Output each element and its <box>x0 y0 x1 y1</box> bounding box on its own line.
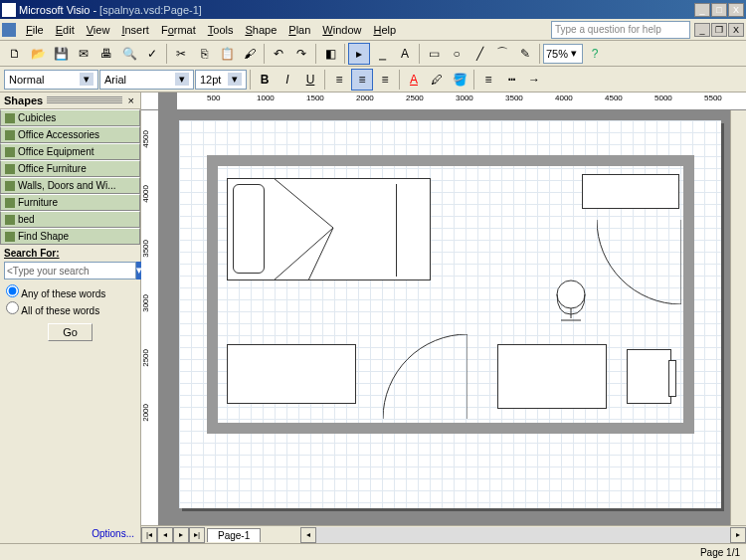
prev-page-button[interactable]: ◂ <box>157 527 173 543</box>
menu-insert[interactable]: Insert <box>115 22 155 38</box>
help-button[interactable]: ? <box>584 43 606 65</box>
stencil-bed[interactable]: bed <box>0 211 140 228</box>
window-title: Microsoft Visio - [spalnya.vsd:Page-1] <box>19 4 694 16</box>
stencil-furniture[interactable]: Furniture <box>0 194 140 211</box>
undo-button[interactable]: ↶ <box>268 43 289 65</box>
rectangle-tool[interactable]: ▭ <box>423 43 445 65</box>
cut-button[interactable]: ✂ <box>170 43 192 65</box>
ruler-corner <box>141 93 159 110</box>
app-icon <box>2 3 16 17</box>
chevron-down-icon[interactable]: ▾ <box>568 47 580 60</box>
vertical-scrollbar[interactable] <box>730 110 746 525</box>
radio-all[interactable]: All of these words <box>6 300 134 317</box>
stencil-cubicles[interactable]: Cubicles <box>0 109 140 126</box>
scroll-right-button[interactable]: ▸ <box>730 527 746 543</box>
shapes-button[interactable]: ◧ <box>319 43 341 65</box>
line-ends-button[interactable]: → <box>523 69 545 91</box>
close-panel-icon[interactable]: × <box>126 94 136 106</box>
open-button[interactable]: 📂 <box>27 43 49 65</box>
first-page-button[interactable]: |◂ <box>141 527 157 543</box>
search-input[interactable] <box>4 262 136 280</box>
save-button[interactable]: 💾 <box>50 43 72 65</box>
align-left-button[interactable]: ≡ <box>328 69 350 91</box>
last-page-button[interactable]: ▸| <box>189 527 205 543</box>
bold-button[interactable]: B <box>254 69 276 91</box>
menu-view[interactable]: View <box>81 22 116 38</box>
size-combo[interactable]: 12pt▾ <box>195 70 247 90</box>
go-button[interactable]: Go <box>48 323 93 341</box>
door-shape[interactable] <box>383 334 467 419</box>
options-link[interactable]: Options... <box>0 524 140 543</box>
horizontal-scrollbar[interactable]: ◂ ▸ <box>300 527 746 543</box>
email-button[interactable]: ✉ <box>73 43 94 65</box>
italic-button[interactable]: I <box>277 69 298 91</box>
text-tool[interactable]: A <box>394 43 416 65</box>
stencil-walls-doors[interactable]: Walls, Doors and Wi... <box>0 177 140 194</box>
print-button[interactable]: 🖶 <box>95 43 117 65</box>
blanket-shape[interactable] <box>274 178 393 280</box>
next-page-button[interactable]: ▸ <box>173 527 189 543</box>
door-shape[interactable] <box>597 220 681 304</box>
align-center-button[interactable]: ≡ <box>351 69 373 91</box>
new-button[interactable]: 🗋 <box>4 43 26 65</box>
paste-button[interactable]: 📋 <box>216 43 238 65</box>
font-combo[interactable]: Arial▾ <box>99 70 194 90</box>
redo-button[interactable]: ↷ <box>290 43 312 65</box>
line-pattern-button[interactable]: ┅ <box>500 69 522 91</box>
connector-tool[interactable]: ⎯ <box>371 43 393 65</box>
close-button[interactable]: X <box>728 3 744 17</box>
chevron-down-icon[interactable]: ▾ <box>175 73 189 86</box>
pillow-shape[interactable] <box>233 184 265 274</box>
maximize-button[interactable]: □ <box>711 3 727 17</box>
drawing-canvas[interactable] <box>159 110 730 525</box>
print-preview-button[interactable]: 🔍 <box>118 43 140 65</box>
search-label: Search For: <box>0 245 140 260</box>
tv-shape[interactable] <box>627 349 671 404</box>
align-right-button[interactable]: ≡ <box>374 69 396 91</box>
table-shape[interactable] <box>497 344 607 409</box>
radio-any[interactable]: Any of these words <box>6 283 134 300</box>
stencil-office-accessories[interactable]: Office Accessories <box>0 126 140 143</box>
menu-plan[interactable]: Plan <box>282 22 316 38</box>
pointer-tool[interactable]: ▸ <box>348 43 370 65</box>
underline-button[interactable]: U <box>299 69 321 91</box>
zoom-combo[interactable]: 75%▾ <box>543 44 583 64</box>
doc-restore-button[interactable]: ❐ <box>711 23 727 37</box>
arc-tool[interactable]: ⌒ <box>491 43 513 65</box>
chevron-down-icon[interactable]: ▾ <box>80 73 93 86</box>
minimize-button[interactable]: _ <box>694 3 710 17</box>
scroll-track[interactable] <box>316 527 730 543</box>
cabinet-shape[interactable] <box>582 174 679 209</box>
desk-shape[interactable] <box>227 344 356 404</box>
chair-shape[interactable] <box>547 275 595 322</box>
menu-window[interactable]: Window <box>316 22 367 38</box>
copy-button[interactable]: ⎘ <box>193 43 215 65</box>
chevron-down-icon[interactable]: ▾ <box>228 73 242 86</box>
menu-help[interactable]: Help <box>367 22 402 38</box>
stencil-office-equipment[interactable]: Office Equipment <box>0 143 140 160</box>
format-toolbar: Normal▾ Arial▾ 12pt▾ B I U ≡ ≡ ≡ A 🖊 🪣 ≡… <box>0 67 746 93</box>
spell-button[interactable]: ✓ <box>141 43 163 65</box>
help-input[interactable] <box>551 21 690 39</box>
line-tool[interactable]: ╱ <box>468 43 490 65</box>
line-weight-button[interactable]: ≡ <box>477 69 499 91</box>
line-color-button[interactable]: 🖊 <box>426 69 448 91</box>
menu-edit[interactable]: Edit <box>50 22 81 38</box>
menu-file[interactable]: File <box>20 22 50 38</box>
scroll-left-button[interactable]: ◂ <box>300 527 316 543</box>
fill-color-button[interactable]: 🪣 <box>449 69 470 91</box>
menu-tools[interactable]: Tools <box>202 22 240 38</box>
page-tab[interactable]: Page-1 <box>207 528 261 542</box>
ellipse-tool[interactable]: ○ <box>446 43 467 65</box>
stencil-office-furniture[interactable]: Office Furniture <box>0 160 140 177</box>
pencil-tool[interactable]: ✎ <box>514 43 536 65</box>
menu-format[interactable]: Format <box>155 22 202 38</box>
page[interactable] <box>179 120 721 508</box>
doc-minimize-button[interactable]: _ <box>694 23 710 37</box>
font-color-button[interactable]: A <box>403 69 425 91</box>
format-painter-button[interactable]: 🖌 <box>239 43 261 65</box>
stencil-find-shape[interactable]: Find Shape <box>0 228 140 245</box>
doc-close-button[interactable]: X <box>728 23 744 37</box>
style-combo[interactable]: Normal▾ <box>4 70 98 90</box>
menu-shape[interactable]: Shape <box>239 22 282 38</box>
